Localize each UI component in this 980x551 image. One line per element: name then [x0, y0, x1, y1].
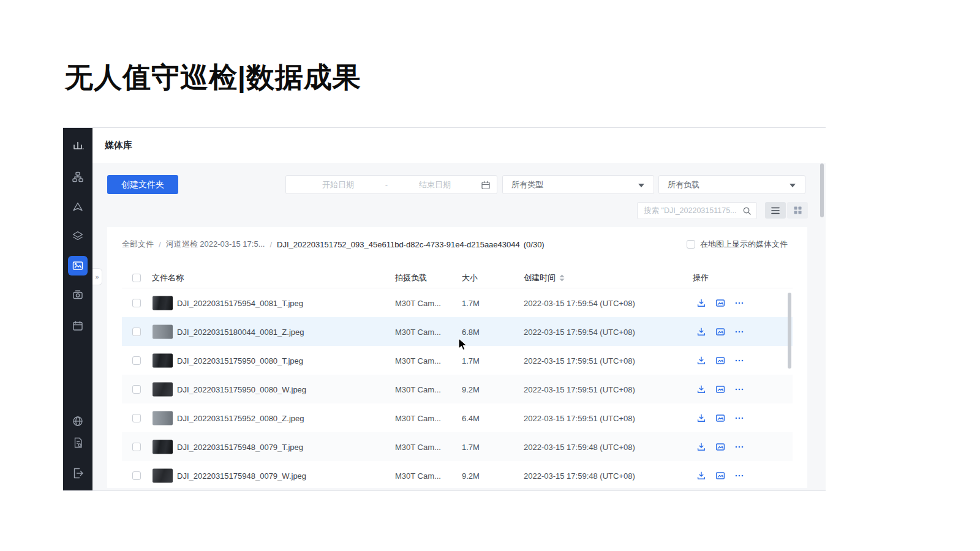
- type-filter-select[interactable]: 所有类型: [502, 175, 654, 194]
- table-row[interactable]: DJI_20220315175948_0079_W.jpeg M30T Cam.…: [122, 461, 793, 488]
- view-on-map-icon[interactable]: [715, 298, 725, 308]
- file-payload: M30T Cam...: [395, 442, 456, 451]
- sidebar-item-globe[interactable]: [72, 415, 84, 427]
- file-thumbnail[interactable]: [153, 468, 173, 482]
- page-title: 无人值守巡检|数据成果: [65, 59, 361, 97]
- search-input[interactable]: [644, 206, 742, 215]
- download-icon[interactable]: [696, 413, 706, 423]
- row-checkbox[interactable]: [132, 356, 141, 365]
- sidebar-item-fleet[interactable]: [72, 171, 84, 183]
- list-scrollbar-thumb[interactable]: [788, 293, 791, 369]
- sidebar-item-exit[interactable]: [72, 467, 84, 479]
- map-display-toggle[interactable]: 在地图上显示的媒体文件: [680, 234, 788, 254]
- sidebar-item-drone[interactable]: [72, 201, 84, 213]
- table-row[interactable]: DJI_20220315175952_0080_Z.jpeg M30T Cam.…: [122, 403, 793, 432]
- file-name[interactable]: DJI_20220315175950_0080_W.jpeg: [177, 384, 390, 394]
- view-on-map-icon[interactable]: [715, 356, 725, 365]
- row-checkbox[interactable]: [132, 328, 141, 336]
- file-thumbnail[interactable]: [153, 382, 173, 396]
- download-icon[interactable]: [696, 356, 706, 365]
- column-header-payload[interactable]: 拍摄负载: [395, 272, 427, 283]
- date-range-picker[interactable]: -: [285, 175, 497, 194]
- breadcrumb-root[interactable]: 全部文件: [122, 239, 154, 250]
- more-actions-icon[interactable]: [734, 356, 744, 365]
- search-icon[interactable]: [742, 206, 752, 216]
- date-separator: -: [384, 180, 389, 189]
- select-all-checkbox[interactable]: [132, 274, 141, 282]
- row-actions: [696, 327, 744, 337]
- sidebar-item-media-library[interactable]: [68, 256, 88, 276]
- file-name[interactable]: DJI_20220315175950_0080_T.jpeg: [177, 356, 390, 365]
- more-actions-icon[interactable]: [734, 442, 744, 452]
- file-thumbnail[interactable]: [153, 411, 173, 425]
- sidebar-item-calendar-plan[interactable]: [72, 320, 84, 332]
- view-on-map-icon[interactable]: [715, 384, 725, 394]
- more-actions-icon[interactable]: [734, 298, 744, 308]
- layers-icon: [72, 230, 84, 242]
- calendar-plan-icon: [72, 320, 84, 332]
- file-name[interactable]: DJI_20220315175948_0079_T.jpeg: [177, 442, 390, 451]
- file-list-card: 全部文件 / 河道巡检 2022-03-15 17:5... / DJI_202…: [107, 227, 807, 488]
- breadcrumb-folder[interactable]: 河道巡检 2022-03-15 17:5...: [166, 239, 265, 250]
- row-checkbox[interactable]: [132, 414, 141, 422]
- download-icon[interactable]: [696, 298, 706, 308]
- download-icon[interactable]: [696, 327, 706, 337]
- sidebar-item-flight-log[interactable]: [72, 437, 84, 449]
- download-icon[interactable]: [696, 384, 706, 394]
- file-thumbnail[interactable]: [153, 353, 173, 367]
- view-on-map-icon[interactable]: [715, 442, 725, 452]
- file-thumbnail[interactable]: [153, 324, 173, 339]
- row-checkbox[interactable]: [132, 299, 141, 307]
- table-row[interactable]: DJI_20220315175950_0080_W.jpeg M30T Cam.…: [122, 375, 793, 403]
- drone-icon: [72, 201, 84, 213]
- end-date-input[interactable]: [389, 180, 481, 189]
- calendar-icon: [481, 180, 491, 190]
- sidebar-item-layers[interactable]: [72, 230, 84, 242]
- map-display-checkbox[interactable]: [687, 240, 695, 249]
- more-actions-icon[interactable]: [734, 327, 744, 337]
- row-actions: [696, 413, 744, 423]
- table-row[interactable]: DJI_20220315175950_0080_T.jpeg M30T Cam.…: [122, 346, 793, 375]
- file-payload: M30T Cam...: [395, 471, 456, 480]
- file-payload: M30T Cam...: [395, 356, 456, 365]
- table-row[interactable]: DJI_20220315175948_0079_T.jpeg M30T Cam.…: [122, 432, 793, 461]
- create-folder-button[interactable]: 创建文件夹: [107, 175, 178, 194]
- view-on-map-icon[interactable]: [715, 327, 725, 337]
- column-header-name[interactable]: 文件名称: [152, 272, 184, 283]
- table-row[interactable]: DJI_20220315180044_0081_Z.jpeg M30T Cam.…: [122, 317, 793, 346]
- file-name[interactable]: DJI_20220315175954_0081_T.jpeg: [177, 298, 390, 307]
- row-checkbox[interactable]: [132, 471, 141, 480]
- row-checkbox[interactable]: [132, 385, 141, 394]
- sidebar-item-dock[interactable]: [72, 289, 84, 301]
- flight-log-icon: [72, 437, 84, 449]
- more-actions-icon[interactable]: [734, 471, 744, 481]
- file-size: 1.7M: [462, 356, 517, 365]
- column-header-size[interactable]: 大小: [462, 272, 478, 283]
- more-actions-icon[interactable]: [734, 413, 744, 423]
- list-view-button[interactable]: [765, 202, 786, 219]
- view-on-map-icon[interactable]: [715, 471, 725, 481]
- window-scrollbar-thumb[interactable]: [820, 163, 824, 217]
- sort-icon[interactable]: [559, 274, 565, 282]
- view-on-map-icon[interactable]: [715, 413, 725, 423]
- start-date-input[interactable]: [292, 180, 384, 189]
- file-name[interactable]: DJI_20220315180044_0081_Z.jpeg: [177, 327, 390, 336]
- table-row[interactable]: DJI_20220315175954_0081_T.jpeg M30T Cam.…: [122, 288, 793, 317]
- grid-view-button[interactable]: [787, 202, 808, 219]
- file-payload: M30T Cam...: [395, 298, 456, 307]
- sidebar-item-logo[interactable]: [72, 140, 84, 152]
- file-thumbnail[interactable]: [153, 440, 173, 454]
- file-size: 6.8M: [462, 327, 517, 336]
- file-name[interactable]: DJI_20220315175952_0080_Z.jpeg: [177, 413, 390, 422]
- download-icon[interactable]: [696, 471, 706, 481]
- payload-filter-select[interactable]: 所有负载: [658, 175, 805, 194]
- column-header-created-label: 创建时间: [524, 272, 556, 283]
- file-name[interactable]: DJI_20220315175948_0079_W.jpeg: [177, 471, 390, 480]
- download-icon[interactable]: [696, 442, 706, 452]
- file-size: 9.2M: [462, 384, 517, 394]
- row-checkbox[interactable]: [132, 443, 141, 451]
- more-actions-icon[interactable]: [734, 384, 744, 394]
- file-thumbnail[interactable]: [153, 296, 173, 310]
- sidebar-expander[interactable]: »: [92, 268, 102, 285]
- column-header-created[interactable]: 创建时间: [524, 272, 565, 283]
